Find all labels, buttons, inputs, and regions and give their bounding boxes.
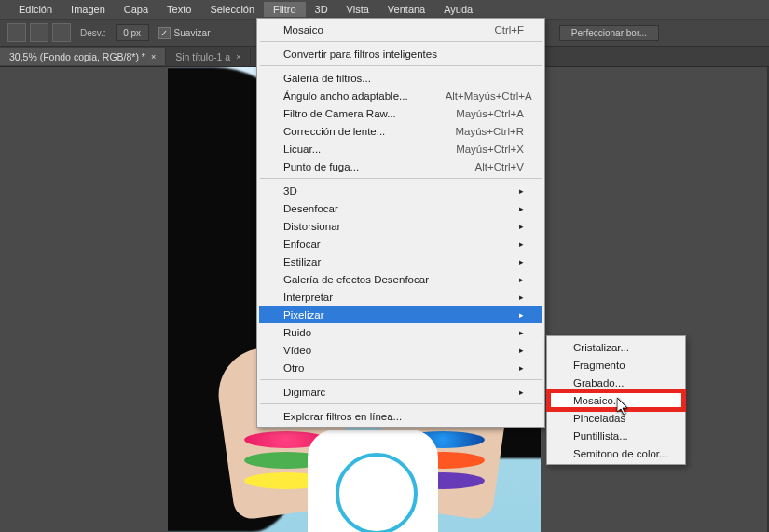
menu-item-label: Mosaico xyxy=(283,24,323,35)
menu-item[interactable]: Desenfocar xyxy=(259,199,542,217)
menu-capa[interactable]: Capa xyxy=(115,2,158,17)
close-icon[interactable]: × xyxy=(151,52,156,61)
menu-item[interactable]: Licuar...Mayús+Ctrl+X xyxy=(259,140,542,157)
menu-shortcut: Alt+Mayús+Ctrl+A xyxy=(408,90,532,102)
menu-item-label: Desenfocar xyxy=(283,203,338,214)
menu-item-label: Digimarc xyxy=(283,387,325,398)
menu-item[interactable]: Convertir para filtros inteligentes xyxy=(259,45,542,62)
menu-ventana[interactable]: Ventana xyxy=(378,2,434,17)
menu-item-label: Grabado... xyxy=(573,377,624,389)
tab-label: Sin título-1 a xyxy=(175,51,230,62)
menu-filtro[interactable]: Filtro xyxy=(264,2,305,17)
menu-item-label: Galería de efectos Desenfocar xyxy=(283,274,429,285)
main-menubar: EdiciónImagenCapaTextoSelecciónFiltro3DV… xyxy=(0,0,769,19)
menu-item[interactable]: Otro xyxy=(259,359,542,376)
menu-item-label: Otro xyxy=(283,362,304,374)
menu-item-label: Licuar... xyxy=(283,143,321,155)
menu-item[interactable]: Distorsionar xyxy=(259,217,542,235)
menu-item-label: Semitono de color... xyxy=(573,448,668,459)
close-icon[interactable]: × xyxy=(236,52,240,61)
menu-shortcut: Mayús+Ctrl+R xyxy=(419,126,525,137)
filter-menu: MosaicoCtrl+FConvertir para filtros inte… xyxy=(256,18,545,428)
menu-shortcut: Alt+Ctrl+V xyxy=(438,161,524,172)
menu-shortcut: Ctrl+F xyxy=(457,24,524,35)
menu-3d[interactable]: 3D xyxy=(306,2,337,17)
menu-item[interactable]: Digimarc xyxy=(259,383,542,401)
tab-label: 30,5% (Fondo copia, RGB/8*) * xyxy=(9,51,145,62)
menu-item[interactable]: Explorar filtros en línea... xyxy=(259,407,542,425)
pixelize-submenu: Cristalizar...FragmentoGrabado...Mosaico… xyxy=(546,335,686,465)
document-tab[interactable]: Sin título-1 a× xyxy=(166,48,251,65)
menu-item-label: Distorsionar xyxy=(283,221,340,232)
menu-item[interactable]: Enfocar xyxy=(259,235,542,252)
menu-item[interactable]: Puntillista... xyxy=(549,427,683,444)
menu-item[interactable]: Galería de filtros... xyxy=(259,69,542,87)
menu-item-label: Ruido xyxy=(283,327,311,338)
menu-item[interactable]: Estilizar xyxy=(259,252,542,270)
menu-shortcut: Mayús+Ctrl+A xyxy=(419,108,524,119)
menu-item-label: Puntillista... xyxy=(573,430,628,442)
menu-item[interactable]: Vídeo xyxy=(259,341,542,359)
menu-vista[interactable]: Vista xyxy=(337,2,378,17)
document-tab[interactable]: 30,5% (Fondo copia, RGB/8*) *× xyxy=(0,48,166,65)
menu-item-label: Interpretar xyxy=(283,292,333,303)
menu-item-label: Corrección de lente... xyxy=(283,126,385,137)
menu-item-label: Enfocar xyxy=(283,239,321,250)
menu-item[interactable]: Punto de fuga...Alt+Ctrl+V xyxy=(259,157,542,175)
menu-item[interactable]: Ángulo ancho adaptable...Alt+Mayús+Ctrl+… xyxy=(259,87,542,104)
separator xyxy=(260,379,542,380)
menu-item[interactable]: Semitono de color... xyxy=(549,444,683,462)
menu-item[interactable]: Cristalizar... xyxy=(549,338,683,356)
tool-icon-c[interactable] xyxy=(52,23,71,42)
menu-item-label: 3D xyxy=(283,185,297,197)
antialias-label: Suavizar xyxy=(174,28,211,38)
menu-item[interactable]: Interpretar xyxy=(259,288,542,306)
menu-item-label: Estilizar xyxy=(283,256,321,267)
menu-item-label: Pixelizar xyxy=(283,309,323,321)
menu-item[interactable]: MosaicoCtrl+F xyxy=(259,20,542,38)
menu-item-label: Vídeo xyxy=(283,345,311,356)
menu-item-label: Filtro de Camera Raw... xyxy=(283,108,396,119)
separator xyxy=(260,41,542,42)
menu-item-label: Explorar filtros en línea... xyxy=(283,411,402,422)
menu-ayuda[interactable]: Ayuda xyxy=(434,2,482,17)
separator xyxy=(260,403,542,404)
menu-item-mosaico[interactable]: Mosaico... xyxy=(549,391,683,409)
cursor-icon xyxy=(617,398,630,420)
menu-item-label: Galería de filtros... xyxy=(283,73,371,84)
separator xyxy=(260,178,542,179)
menu-item[interactable]: Filtro de Camera Raw...Mayús+Ctrl+A xyxy=(259,104,542,122)
menu-item[interactable]: Grabado... xyxy=(549,374,683,391)
menu-item-label: Cristalizar... xyxy=(573,342,629,353)
menu-item[interactable]: Fragmento xyxy=(549,356,683,374)
menu-seleccion[interactable]: Selección xyxy=(200,2,264,17)
menu-item[interactable]: Corrección de lente...Mayús+Ctrl+R xyxy=(259,122,542,140)
menu-item-label: Punto de fuga... xyxy=(283,161,359,172)
tool-icon-b[interactable] xyxy=(30,23,48,42)
menu-item[interactable]: Galería de efectos Desenfocar xyxy=(259,270,542,288)
menu-item-label: Ángulo ancho adaptable... xyxy=(283,90,408,102)
menu-item[interactable]: Ruido xyxy=(259,323,542,341)
menu-item-label: Fragmento xyxy=(573,360,625,371)
menu-item[interactable]: Pixelizar xyxy=(259,306,542,323)
separator xyxy=(260,65,542,66)
menu-item-label: Mosaico... xyxy=(573,395,622,406)
menu-item[interactable]: Pinceladas xyxy=(549,409,683,427)
tool-icon-a[interactable] xyxy=(7,23,26,42)
feather-label: Desv.: xyxy=(80,28,106,38)
feather-input[interactable] xyxy=(116,24,149,41)
menu-imagen[interactable]: Imagen xyxy=(62,2,115,17)
menu-item[interactable]: 3D xyxy=(259,182,542,199)
menu-edicion[interactable]: Edición xyxy=(9,2,62,17)
antialias-checkbox[interactable] xyxy=(158,27,171,39)
refine-edge-button[interactable]: Perfeccionar bor... xyxy=(559,25,659,41)
menu-item-label: Convertir para filtros inteligentes xyxy=(283,48,437,60)
menu-texto[interactable]: Texto xyxy=(158,2,200,17)
menu-shortcut: Mayús+Ctrl+X xyxy=(419,143,524,155)
